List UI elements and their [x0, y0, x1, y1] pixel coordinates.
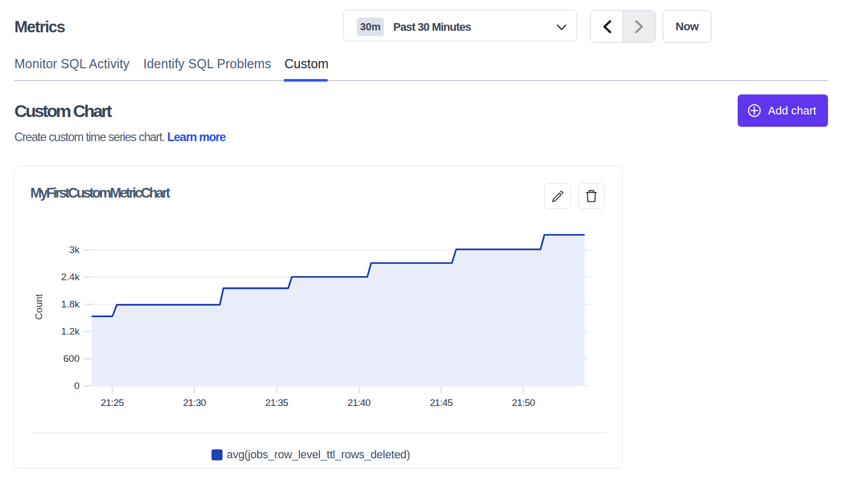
svg-text:21:50: 21:50: [512, 397, 535, 408]
svg-text:2.4k: 2.4k: [61, 272, 80, 282]
svg-text:0: 0: [74, 380, 80, 391]
svg-text:21:25: 21:25: [101, 397, 124, 408]
svg-text:Count: Count: [33, 294, 44, 320]
svg-text:1.8k: 1.8k: [61, 299, 80, 309]
svg-text:21:40: 21:40: [348, 397, 371, 408]
svg-text:600: 600: [63, 353, 80, 364]
svg-text:avg(jobs_row_level_ttl_rows_de: avg(jobs_row_level_ttl_rows_deleted): [227, 448, 410, 461]
svg-text:1.2k: 1.2k: [61, 326, 80, 337]
svg-text:21:35: 21:35: [265, 397, 288, 408]
svg-text:21:30: 21:30: [183, 397, 206, 408]
svg-text:3k: 3k: [69, 244, 80, 255]
svg-text:21:45: 21:45: [430, 397, 453, 408]
